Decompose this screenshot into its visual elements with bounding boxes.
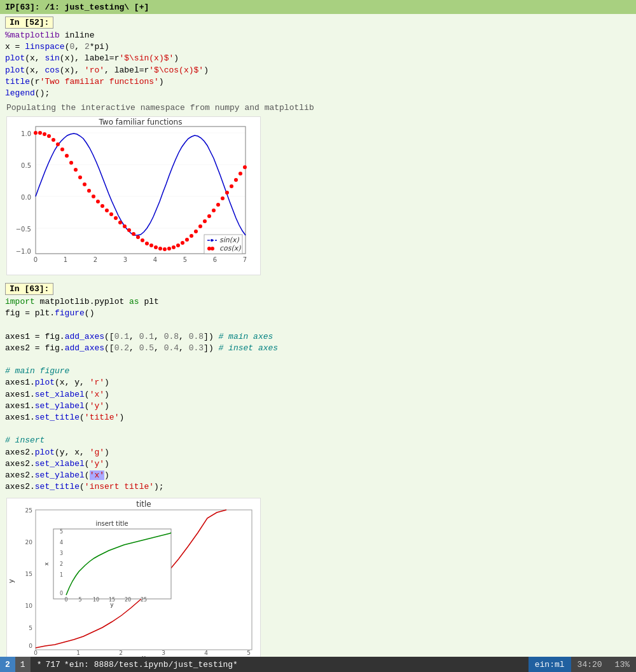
svg-point-48 [154,245,158,249]
code-line [5,354,631,366]
title-text: IP[63]: /1: just_testing\ [+] [5,3,149,12]
plot1-svg: Two familiar functions 1.0 0.5 0.0 −0.5 … [6,116,261,275]
svg-point-22 [38,131,42,135]
code-line: # main figure [5,366,631,377]
svg-text:1.0: 1.0 [21,130,31,137]
svg-point-52 [172,245,176,249]
svg-text:x: x [43,562,50,566]
svg-point-31 [78,175,82,179]
svg-text:15: 15 [25,571,32,577]
svg-text:2: 2 [119,650,123,656]
status-mode-text: ein:ml [535,660,565,669]
code-line: axes2.plot(y, x, 'g') [5,447,631,458]
svg-point-47 [149,243,153,247]
code-line: legend(); [5,88,631,99]
svg-text:cos(x): cos(x) [219,244,241,252]
code-line: axes2.set_ylabel('x') [5,470,631,481]
svg-point-36 [100,204,104,208]
svg-text:4: 4 [204,650,208,656]
svg-point-39 [114,216,118,220]
svg-point-30 [74,168,78,172]
code-line: axes1.set_ylabel('y') [5,401,631,412]
code-line: plot(x, sin(x), label=r'$\sin(x)$') [5,53,631,64]
svg-text:20: 20 [25,539,33,545]
svg-point-74 [211,247,214,250]
svg-text:6: 6 [213,256,217,263]
svg-text:1: 1 [64,256,67,263]
svg-text:0: 0 [34,256,38,263]
svg-text:10: 10 [93,597,99,603]
svg-text:5: 5 [183,256,187,263]
svg-text:4: 4 [60,540,63,545]
cell-52-header: In [52]: [0,14,636,30]
svg-text:−0.5: −0.5 [16,226,31,233]
status-percent: 13% [609,657,636,672]
plot2-svg: title y x 25 20 15 10 5 0 0 1 2 3 4 5 in [6,498,261,663]
status-seg-2: 1 [15,657,31,672]
svg-text:insert title: insert title [95,520,128,527]
svg-point-53 [176,243,180,247]
code-line: title(r'Two familiar functions') [5,76,631,88]
svg-point-27 [60,147,64,151]
svg-point-25 [52,138,55,142]
status-mode: ein:ml [529,657,571,672]
status-num2: 1 [20,660,25,669]
svg-point-58 [198,224,202,228]
svg-point-21 [34,131,38,135]
svg-point-60 [207,214,211,218]
svg-point-64 [225,191,229,195]
svg-point-54 [181,241,184,245]
status-filename-area: * 717 *ein: 8888/test.ipynb/just_testing… [31,657,529,672]
svg-text:0.5: 0.5 [21,162,31,169]
plot2-container: title y x 25 20 15 10 5 0 0 1 2 3 4 5 in [0,495,636,668]
svg-text:10: 10 [25,603,33,609]
title-bar: IP[63]: /1: just_testing\ [+] [0,0,636,14]
svg-text:3: 3 [60,551,63,556]
svg-point-68 [243,165,247,169]
code-line: fig = plt.figure() [5,308,631,319]
svg-point-37 [105,209,109,212]
svg-point-55 [185,238,189,242]
svg-text:5: 5 [29,625,32,631]
svg-rect-92 [53,529,171,599]
svg-point-56 [190,234,193,238]
svg-point-49 [158,247,162,250]
svg-text:−1.0: −1.0 [16,248,31,255]
status-pos-text: 34:20 [577,660,602,669]
svg-text:3: 3 [123,256,127,263]
svg-point-50 [163,247,167,251]
svg-text:title: title [136,500,151,509]
svg-point-35 [96,200,100,203]
svg-point-33 [87,189,91,193]
svg-text:15: 15 [109,597,115,603]
status-pct-text: 13% [615,660,630,669]
svg-point-59 [203,219,207,223]
code-line: axes1 = fig.add_axes([0.1, 0.1, 0.8, 0.8… [5,331,631,343]
code-line [5,320,631,331]
svg-text:sin(x): sin(x) [219,236,240,244]
svg-point-67 [238,172,242,175]
svg-point-34 [92,195,95,198]
status-cellnum: 717 [45,660,60,669]
cell-52-output: Populating the interactive namespace fro… [0,102,636,114]
svg-text:1: 1 [60,572,63,578]
svg-point-62 [216,203,220,207]
svg-text:3: 3 [162,650,165,656]
status-filename: *ein: 8888/test.ipynb/just_testing* [64,660,238,669]
svg-point-24 [47,134,51,138]
notebook: In [52]: %matplotlib inline x = linspace… [0,14,636,668]
svg-point-41 [123,224,127,228]
svg-text:y: y [7,579,15,584]
cell-63-code: import matplotlib.pyplot as plt fig = pl… [0,296,636,495]
svg-text:20: 20 [125,597,131,603]
svg-point-32 [83,182,86,186]
status-num1: 2 [5,660,10,669]
svg-point-23 [43,132,46,136]
svg-point-26 [56,142,60,146]
svg-text:5: 5 [247,650,251,656]
code-line: plot(x, cos(x), 'ro', label=r'$\cos(x)$'… [5,65,631,76]
code-line: axes2.set_title('insert title'); [5,481,631,493]
code-line: # insert [5,435,631,446]
status-position: 34:20 [571,657,609,672]
svg-text:7: 7 [243,256,247,263]
